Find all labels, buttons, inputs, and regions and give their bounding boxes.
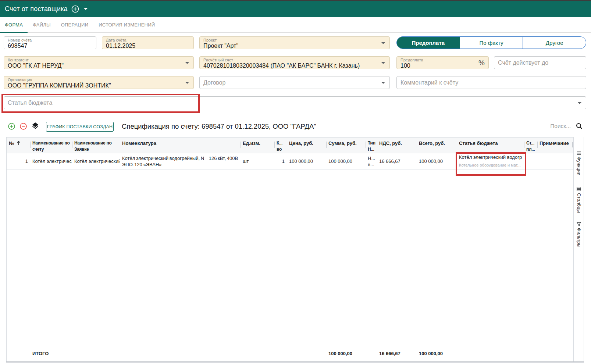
cell-name-by-request: Котёл электрический: [72, 158, 120, 164]
segment-po-faktu[interactable]: По факту: [460, 37, 523, 49]
segment-prepayment[interactable]: Предоплата: [397, 37, 460, 49]
tab-forma[interactable]: ФОРМА: [0, 17, 28, 32]
dropdown-arrow-icon[interactable]: [381, 82, 385, 84]
cell-num: 1: [7, 158, 30, 164]
totals-sum: 100 000,00: [326, 350, 366, 357]
comment-placeholder: Комментарий к счёту: [400, 78, 582, 88]
filter-icon: [577, 222, 581, 226]
project-label: Проект: [203, 38, 386, 43]
invoice-number-field[interactable]: Номер счёта 698547: [4, 36, 96, 49]
layers-icon[interactable]: [31, 122, 39, 130]
counterparty-label: Контрагент: [8, 58, 190, 63]
col-header-num-label: №: [9, 140, 14, 146]
bank-account-value: 40702810180320003484 (ПАО "АК БАРС" БАНК…: [203, 63, 386, 69]
chevron-down-icon[interactable]: [84, 8, 88, 10]
valid-until-placeholder: Счёт действует до: [498, 58, 582, 68]
contract-field[interactable]: Договор: [199, 76, 390, 89]
add-row-icon[interactable]: [8, 123, 15, 130]
organization-label: Организация: [8, 78, 190, 82]
cell-price: 100 000,00: [287, 158, 326, 164]
app-header: Счет от поставщика: [0, 1, 591, 17]
budget-item-field[interactable]: Статья бюджета: [4, 96, 586, 109]
payment-type-switch: Предоплата По факту Другое: [396, 36, 586, 49]
segment-drugoe[interactable]: Другое: [523, 37, 586, 49]
side-panel-columns-label: Столбцы: [576, 193, 581, 213]
col-header-name-by-request[interactable]: Наименование по Заявке: [72, 138, 120, 153]
dropdown-arrow-icon[interactable]: [578, 102, 581, 104]
col-header-budget-item[interactable]: Статья бюджета: [457, 138, 524, 153]
dropdown-arrow-icon[interactable]: [185, 82, 189, 84]
project-value: Проект "Арт": [203, 43, 386, 49]
percent-sign: %: [478, 59, 485, 67]
cell-qty: 1: [274, 158, 287, 164]
columns-icon: [577, 187, 581, 191]
invoice-date-value: 01.12.2025: [106, 43, 190, 49]
horizontal-scrollbar[interactable]: [6, 361, 584, 363]
remove-row-icon[interactable]: [20, 123, 27, 130]
dropdown-arrow-icon[interactable]: [185, 62, 189, 64]
project-field[interactable]: Проект Проект "Арт": [199, 36, 390, 49]
organization-value: ООО "ГРУППА КОМПАНИЙ ЗОНТИК": [8, 82, 190, 89]
prepayment-percent-value: 100: [400, 63, 485, 69]
cell-nomenclature: Котёл электрический водогрейный, N = 126…: [120, 155, 241, 168]
col-header-qty[interactable]: К... во: [274, 138, 287, 153]
col-header-price[interactable]: Цена, руб.: [287, 138, 326, 153]
contract-placeholder: Договор: [203, 78, 386, 88]
tab-istoria-izmeneniy[interactable]: ИСТОРИЯ ИЗМЕНЕНИЙ: [93, 17, 160, 32]
totals-vat: 16 666,67: [377, 350, 417, 357]
invoice-number-label: Номер счёта: [8, 38, 92, 43]
counterparty-value: ООО "ГК АТ НЕРУД": [8, 63, 190, 69]
vertical-scrollbar[interactable]: [572, 142, 573, 147]
dropdown-arrow-icon[interactable]: [381, 62, 385, 64]
col-header-total[interactable]: Всего, руб.: [417, 138, 457, 153]
cell-sum: 100 000,00: [326, 158, 366, 164]
tab-bar: ФОРМА ФАЙЛЫ ОПЕРАЦИИ ИСТОРИЯ ИЗМЕНЕНИЙ: [0, 17, 591, 33]
side-panel-functions[interactable]: Функции: [575, 151, 583, 175]
col-header-note[interactable]: Примечание: [537, 138, 573, 153]
col-header-num[interactable]: №: [7, 138, 30, 153]
invoice-date-field[interactable]: Дата счёта 01.12.2025: [102, 36, 194, 49]
budget-item-name: Котёл электрический водогрейный: [459, 154, 522, 161]
specification-title: Спецификация по счету: 698547 от 01.12.2…: [122, 122, 316, 131]
organization-field[interactable]: Организация ООО "ГРУППА КОМПАНИЙ ЗОНТИК": [4, 76, 194, 89]
tab-faily[interactable]: ФАЙЛЫ: [28, 17, 56, 32]
side-panel-filters-label: Фильтры: [576, 228, 581, 247]
search-input[interactable]: Поиск...: [550, 123, 571, 129]
sort-ascending-icon: [17, 141, 20, 145]
counterparty-field[interactable]: Контрагент ООО "ГК АТ НЕРУД": [4, 56, 194, 69]
cell-vat-type: Н... в...: [366, 155, 377, 168]
side-panel-filters[interactable]: Фильтры: [575, 222, 583, 247]
dropdown-arrow-icon[interactable]: [381, 42, 385, 44]
cell-total: 100 000,00: [417, 158, 457, 164]
col-header-vat[interactable]: НДС, руб.: [377, 138, 417, 153]
totals-label: ИТОГО: [30, 350, 72, 357]
valid-until-field[interactable]: Счёт действует до: [494, 56, 586, 69]
add-document-icon[interactable]: [71, 5, 79, 13]
side-panel-columns[interactable]: Столбцы: [575, 187, 583, 213]
menu-icon: [577, 151, 581, 155]
col-header-vat-type[interactable]: Тип Н...: [366, 138, 377, 153]
grid-data-row[interactable]: 1 Котёл электрический Котёл электрически…: [7, 153, 573, 169]
toolbar-divider: [119, 121, 119, 132]
cell-name-by-invoice: Котёл электрический: [30, 158, 72, 164]
comment-field[interactable]: Комментарий к счёту: [396, 76, 586, 89]
cell-unit: шт: [241, 158, 274, 164]
prepayment-percent-field[interactable]: Предоплата 100 %: [396, 56, 489, 69]
bank-account-field[interactable]: Расчётный счет 40702810180320003484 (ПАО…: [199, 56, 390, 69]
delivery-schedule-button[interactable]: ГРАФИК ПОСТАВКИ СОЗДАН: [46, 122, 114, 132]
search-icon[interactable]: [576, 123, 583, 129]
prepayment-percent-label: Предоплата: [400, 58, 485, 63]
invoice-date-label: Дата счёта: [106, 38, 190, 43]
col-header-sum[interactable]: Сумма, руб.: [326, 138, 366, 153]
budget-item-group: Котельное оборудование и мат...: [459, 162, 522, 169]
budget-item-placeholder: Статья бюджета: [8, 98, 582, 108]
col-header-nomenclature[interactable]: Номенклатура: [120, 138, 241, 153]
invoice-number-value: 698547: [8, 43, 92, 49]
col-header-payment-status[interactable]: Ст... пл...: [524, 138, 537, 153]
col-header-name-by-invoice[interactable]: Наименование по счету: [30, 138, 72, 153]
col-header-unit[interactable]: Ед.изм.: [241, 138, 274, 153]
cell-budget-item: Котёл электрический водогрейный Котельно…: [457, 154, 524, 169]
tab-operacii[interactable]: ОПЕРАЦИИ: [56, 17, 94, 32]
side-panel-functions-label: Функции: [576, 157, 581, 175]
page: Счет от поставщика ФОРМА ФАЙЛЫ ОПЕРАЦИИ …: [0, 0, 591, 364]
